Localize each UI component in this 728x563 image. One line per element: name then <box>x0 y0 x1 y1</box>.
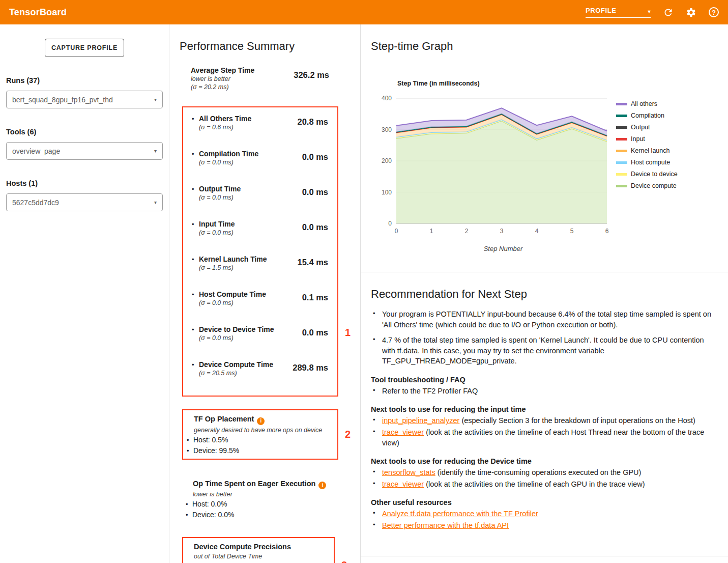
legend-label: Device compute <box>631 182 677 189</box>
legend-label: Device to device <box>631 171 678 178</box>
hosts-select[interactable]: 5627c5dd7dc9 ▾ <box>6 193 163 211</box>
legend-item: Kernel launch <box>616 147 678 154</box>
rec-section-item: •Analyze tf.data performance with the TF… <box>373 509 716 519</box>
tool-link[interactable]: Analyze tf.data performance with the TF … <box>382 510 538 518</box>
tensorboard-app: TensorBoard PROFILE ▾ ? CAPTURE PROFILE … <box>0 0 728 563</box>
rec-item-text: input_pipeline_analyzer (especially Sect… <box>382 415 695 426</box>
metric-sigma: (σ = 0.0 ms) <box>199 194 302 202</box>
metric-sigma: (σ = 1.5 ms) <box>199 264 297 272</box>
rec-section-item: •Better performance with the tf.data API <box>373 520 716 531</box>
rec-section-item: •input_pipeline_analyzer (especially Sec… <box>373 415 716 426</box>
bullet: • <box>187 446 193 456</box>
runs-select[interactable]: bert_squad_8gpu_fp16_pvt_thd ▾ <box>6 91 163 108</box>
hosts-group: Hosts (1) 5627c5dd7dc9 ▾ <box>6 179 163 211</box>
metric-label: Device to Device Time(σ = 0.0 ms) <box>199 325 302 342</box>
tf-op-placement-list: •Host: 0.5%•Device: 99.5% <box>187 435 330 456</box>
list-item-text: Host: 0.5% <box>193 435 228 445</box>
annotation-number-3: 3 <box>341 559 347 563</box>
performance-summary-panel: Performance Summary Average Step Time lo… <box>169 24 361 563</box>
bullet: • <box>192 220 199 229</box>
tools-group: Tools (6) overview_page ▾ <box>6 128 163 160</box>
runs-group: Runs (37) bert_squad_8gpu_fp16_pvt_thd ▾ <box>6 76 163 108</box>
metric-name: All Others Time <box>199 115 297 123</box>
tf-op-placement-subtitle: generally desired to have more ops on de… <box>194 426 330 434</box>
legend-swatch <box>616 126 627 129</box>
capture-profile-button[interactable]: CAPTURE PROFILE <box>45 39 124 57</box>
svg-text:300: 300 <box>382 126 392 133</box>
bullet: • <box>192 150 199 158</box>
metric-row: •Host Compute Time(σ = 0.0 ms)0.1 ms <box>192 290 328 307</box>
header-actions: PROFILE ▾ ? <box>586 7 719 18</box>
bullet: • <box>373 479 382 490</box>
average-step-time-label: Average Step Time lower is better (σ = 2… <box>191 66 254 91</box>
section-title-text: Op Time Spent on Eager Execution <box>193 480 315 488</box>
app-title: TensorBoard <box>9 7 67 18</box>
legend-item: Compilation <box>616 112 678 119</box>
chart-title: Step Time (in milliseconds) <box>397 80 718 87</box>
metric-value: 0.1 ms <box>302 293 328 302</box>
step-time-graph-card: Step-time Graph Step Time (in millisecon… <box>361 24 728 272</box>
bullet: • <box>192 255 199 264</box>
metric-label: Compilation Time(σ = 0.0 ms) <box>199 150 302 166</box>
eager-list: •Host: 0.0%•Device: 0.0% <box>186 499 331 520</box>
settings-icon[interactable] <box>686 7 696 18</box>
performance-summary-title: Performance Summary <box>180 40 350 53</box>
dashboard-selector[interactable]: PROFILE ▾ <box>586 7 651 18</box>
metric-row: •Device to Device Time(σ = 0.0 ms)0.0 ms <box>192 325 328 342</box>
metric-row: •Compilation Time(σ = 0.0 ms)0.0 ms <box>192 150 328 166</box>
tool-link[interactable]: trace_viewer <box>382 428 424 436</box>
rec-section-item: •trace_viewer (look at the activities on… <box>373 427 716 448</box>
tool-link[interactable]: input_pipeline_analyzer <box>382 416 459 425</box>
rec-item-text: Analyze tf.data performance with the TF … <box>382 509 538 519</box>
info-icon[interactable]: i <box>257 417 265 425</box>
legend-swatch <box>616 115 627 117</box>
hosts-label: Hosts (1) <box>6 179 163 187</box>
average-step-time-value: 326.2 ms <box>294 70 329 91</box>
svg-text:200: 200 <box>382 157 392 164</box>
legend-swatch <box>616 185 627 187</box>
info-icon[interactable]: i <box>318 482 326 489</box>
legend-label: Output <box>631 124 650 131</box>
runs-label: Runs (37) <box>6 76 163 85</box>
bullet: • <box>373 467 382 478</box>
metric-name: Kernel Launch Time <box>199 255 297 264</box>
right-panel: Step-time Graph Step Time (in millisecon… <box>361 24 728 563</box>
bullet: • <box>192 115 199 123</box>
legend-label: All others <box>631 100 657 107</box>
metric-label: Host Compute Time(σ = 0.0 ms) <box>199 290 302 307</box>
chart-legend: All othersCompilationOutputInputKernel l… <box>616 93 678 252</box>
tool-link[interactable]: Better performance with the tf.data API <box>382 521 509 529</box>
list-item: •Device: 0.0% <box>186 510 331 520</box>
tools-label: Tools (6) <box>6 128 163 136</box>
metric-value: 0.0 ms <box>302 328 328 337</box>
svg-text:400: 400 <box>382 95 392 102</box>
chart-plot-area: 01002003004000123456 Step Number <box>371 93 610 252</box>
bullet: • <box>373 427 382 448</box>
tools-select[interactable]: overview_page ▾ <box>6 142 163 160</box>
recommendation-text: 4.7 % of the total step time sampled is … <box>382 335 716 367</box>
metric-row: •Kernel Launch Time(σ = 1.5 ms)15.4 ms <box>192 255 328 272</box>
metric-label: Output Time(σ = 0.0 ms) <box>199 185 302 202</box>
legend-item: All others <box>616 100 678 107</box>
metric-name: Device to Device Time <box>199 325 302 334</box>
bullet: • <box>186 499 192 509</box>
section-title-text: TF Op Placement <box>194 415 254 423</box>
eager-subtitle: lower is better <box>193 490 331 498</box>
recommendation-card: Recommendation for Next Step •Your progr… <box>361 272 728 556</box>
recommendation-bullet: •Your program is POTENTIALLY input-bound… <box>373 309 716 330</box>
tool-link[interactable]: tensorflow_stats <box>382 468 435 476</box>
refresh-icon[interactable] <box>663 7 674 18</box>
metric-row: •Device Compute Time(σ = 20.5 ms)289.8 m… <box>192 360 328 377</box>
rec-section-heading: Next tools to use for reducing the Devic… <box>371 457 716 465</box>
svg-text:0: 0 <box>395 228 398 235</box>
legend-swatch <box>616 173 627 176</box>
metric-value: 15.4 ms <box>297 258 328 267</box>
average-step-time-row: Average Step Time lower is better (σ = 2… <box>182 66 338 91</box>
legend-swatch <box>616 161 627 164</box>
metric-row: •Input Time(σ = 0.0 ms)0.0 ms <box>192 220 328 237</box>
metric-sigma: (σ = 0.0 ms) <box>199 229 302 237</box>
help-icon[interactable]: ? <box>709 7 719 17</box>
metric-name: Average Step Time <box>191 66 254 75</box>
tools-select-value: overview_page <box>12 147 60 155</box>
tool-link[interactable]: trace_viewer <box>382 480 424 488</box>
